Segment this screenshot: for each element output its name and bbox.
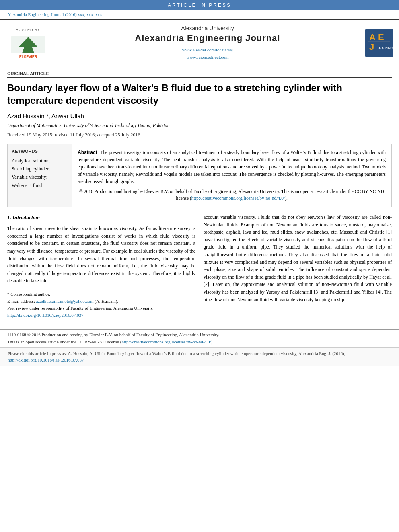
left-body-column: 1. Introduction The ratio of shear stres… <box>7 214 195 319</box>
footer-line1: 1110-0168 © 2016 Production and hosting … <box>7 331 392 339</box>
corresponding-author-note: * Corresponding author. <box>7 291 195 298</box>
footer-license-link[interactable]: http://creativecommons.org/licenses/by-n… <box>121 339 211 344</box>
keyword-1: Analytical solution; <box>12 157 68 165</box>
hosted-by-label: HOSTED BY <box>13 27 43 33</box>
authors: Azad Hussain *, Anwar Ullah <box>7 113 392 119</box>
author-names: Azad Hussain *, Anwar Ullah <box>7 113 84 119</box>
svg-text:E: E <box>378 32 384 42</box>
abstract-copyright: © 2016 Production and hosting by Elsevie… <box>78 188 386 202</box>
keywords-list: Analytical solution; Stretching cylinder… <box>12 157 68 190</box>
footnote-section: * Corresponding author. E-mail address: … <box>7 288 195 319</box>
intro-left-text: The ratio of shear stress to the shear s… <box>7 225 195 285</box>
peer-review-note: Peer review under responsibility of Facu… <box>7 305 195 312</box>
article-title: Boundary layer flow of a Walter's B flui… <box>7 82 392 107</box>
keywords-abstract-box: KEYWORDS Analytical solution; Stretching… <box>7 144 392 207</box>
university-name: Alexandria University <box>181 25 234 31</box>
email-line: E-mail address: azadhussainsamote@yahoo.… <box>7 298 195 305</box>
right-body-column: account variable viscosity. Fluids that … <box>204 214 392 319</box>
abstract-text: Abstract The present investigation consi… <box>78 149 386 185</box>
cc-license-link[interactable]: http://creativecommons.org/licenses/by-n… <box>191 196 285 201</box>
svg-text:J: J <box>369 42 374 52</box>
aej-logo-area: A E J JOURNAL <box>359 20 399 66</box>
journal-name-area: Alexandria University Alexandria Enginee… <box>56 20 359 66</box>
footer-bar: 1110-0168 © 2016 Production and hosting … <box>0 329 399 347</box>
journal-name-title: Alexandria Engineering Journal <box>135 33 280 43</box>
elsevier-logo-svg: ELSEVIER <box>10 35 46 60</box>
affiliation: Department of Mathematics, University of… <box>7 123 392 129</box>
intro-right-text: account variable viscosity. Fluids that … <box>204 214 392 303</box>
cite-doi-link[interactable]: http://dx.doi.org/10.1016/j.aej.2016.07.… <box>8 357 84 362</box>
article-type-label: ORIGINAL ARTICLE <box>7 71 392 78</box>
elsevier-logo-area: HOSTED BY ELSEVIER <box>0 20 56 66</box>
article-in-press-banner: ARTICLE IN PRESS <box>0 0 399 10</box>
keywords-label: KEYWORDS <box>12 149 68 154</box>
footer-line2: This is an open access article under the… <box>7 339 392 346</box>
cite-box: Please cite this article in press as: A.… <box>0 347 399 366</box>
keyword-3: Variable viscosity; <box>12 173 68 181</box>
elsevier-link[interactable]: www.elsevier.com/locate/aej <box>182 47 233 52</box>
keyword-4: Walter's B fluid <box>12 181 68 189</box>
doi-line: http://dx.doi.org/10.1016/j.aej.2016.07.… <box>7 312 195 319</box>
received-line: Received 19 May 2015; revised 11 July 20… <box>7 132 392 138</box>
sciencedirect-link[interactable]: www.sciencedirect.com <box>187 55 229 60</box>
introduction-title: 1. Introduction <box>7 214 195 222</box>
journal-header: HOSTED BY ELSEVIER Alexandria University… <box>0 19 399 66</box>
svg-text:ELSEVIER: ELSEVIER <box>19 55 37 59</box>
abstract-label: Abstract <box>78 150 97 155</box>
journal-citation-link[interactable]: Alexandria Engineering Journal (2016) xx… <box>7 12 102 17</box>
svg-text:A: A <box>369 32 376 42</box>
journal-link-bar: Alexandria Engineering Journal (2016) xx… <box>0 10 399 18</box>
doi-link[interactable]: http://dx.doi.org/10.1016/j.aej.2016.07.… <box>7 313 84 318</box>
svg-text:JOURNAL: JOURNAL <box>378 46 393 50</box>
body-columns: 1. Introduction The ratio of shear stres… <box>7 214 392 319</box>
journal-website-links: www.elsevier.com/locate/aej www.scienced… <box>182 47 233 61</box>
email-link[interactable]: azadhussainsamote@yahoo.com <box>36 299 93 304</box>
abstract-body: The present investigation consists of an… <box>78 150 386 184</box>
keyword-2: Stretching cylinder; <box>12 165 68 173</box>
keywords-column: KEYWORDS Analytical solution; Stretching… <box>8 144 72 207</box>
abstract-column: Abstract The present investigation consi… <box>72 144 391 207</box>
aej-logo-svg: A E J JOURNAL <box>365 29 393 57</box>
main-content: ORIGINAL ARTICLE Boundary layer flow of … <box>0 67 399 329</box>
